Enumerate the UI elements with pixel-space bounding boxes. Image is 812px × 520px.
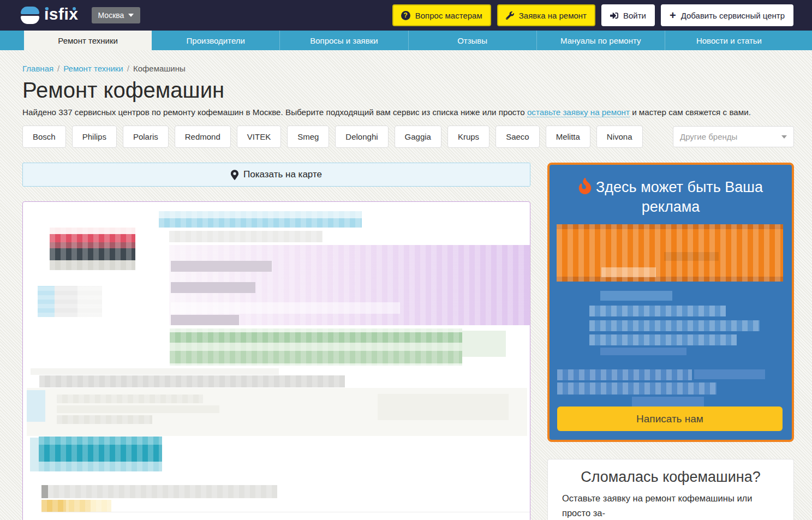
logo-i-dot	[73, 7, 76, 10]
main-nav: Ремонт техники Производители Вопросы и з…	[0, 31, 812, 50]
blurred-ad-line	[589, 320, 760, 331]
blurred-text-row	[31, 368, 279, 375]
brand-filter-row: Bosch Philips Polaris Redmond VITEK Smeg…	[22, 125, 794, 148]
service-center-listing-card	[22, 201, 530, 520]
tab-questions[interactable]: Вопросы и заявки	[279, 31, 408, 50]
blurred-ad-logo-shade	[664, 252, 719, 261]
blurred-teal-block	[39, 437, 162, 471]
plus-icon: +	[670, 10, 676, 21]
blurred-teal-strip	[30, 438, 39, 471]
brand-button-melitta[interactable]: Melitta	[546, 125, 590, 148]
blurred-faint-bar	[57, 395, 203, 403]
intro-before-link: Найдено 337 сервисных центров по ремонту…	[22, 107, 527, 117]
broken-machine-title: Сломалась кофемашина?	[562, 469, 779, 486]
broken-machine-text: Оставьте заявку на ремонт кофемашины или…	[562, 491, 779, 520]
city-selector[interactable]: Москва	[92, 7, 141, 23]
logo-text: isfix	[44, 5, 79, 23]
breadcrumb-repair-link[interactable]: Ремонт техники	[63, 64, 123, 73]
breadcrumb-separator: /	[127, 64, 129, 73]
blurred-ad-line	[557, 382, 717, 395]
blurred-ad-line	[600, 291, 672, 301]
blurred-text-bar	[171, 261, 272, 272]
blurred-ad-line	[600, 348, 686, 355]
logo-half-top	[21, 7, 39, 14]
blurred-listing-subtitle	[169, 231, 323, 242]
tab-label: Новости и статьи	[696, 36, 762, 45]
brand-button-smeg[interactable]: Smeg	[287, 125, 329, 148]
login-icon	[610, 11, 618, 20]
add-service-center-label: Добавить сервисный центр	[681, 11, 785, 20]
ad-title: Здесь может быть Ваша реклама	[570, 178, 772, 217]
blurred-provider-logo	[50, 228, 135, 270]
top-header: isfix Москва ? Вопрос мастерам Заявка на…	[0, 0, 812, 31]
ask-masters-button[interactable]: ? Вопрос мастерам	[392, 4, 491, 26]
ad-banner[interactable]: Здесь может быть Ваша реклама Написать н…	[547, 163, 794, 442]
logo-half-bottom	[21, 16, 39, 24]
repair-request-label: Заявка на ремонт	[519, 11, 587, 20]
breadcrumb-current: Кофемашины	[133, 64, 186, 73]
brand-button-nivona[interactable]: Nivona	[596, 125, 643, 148]
repair-request-button[interactable]: Заявка на ремонт	[497, 4, 595, 26]
flame-icon	[578, 178, 592, 194]
other-brands-select[interactable]: Другие бренды	[673, 126, 794, 147]
tab-reviews[interactable]: Отзывы	[408, 31, 536, 50]
add-service-center-button[interactable]: + Добавить сервисный центр	[661, 4, 793, 26]
write-to-us-button[interactable]: Написать нам	[557, 407, 783, 431]
city-selector-label: Москва	[98, 11, 124, 20]
blurred-text-bar	[171, 302, 400, 314]
blurred-ad-line	[694, 369, 765, 379]
tab-label: Отзывы	[457, 36, 487, 45]
leave-request-link[interactable]: оставьте заявку на ремонт	[527, 107, 630, 117]
blurred-info-block	[38, 286, 102, 317]
brand-button-krups[interactable]: Krups	[447, 125, 489, 148]
breadcrumb-separator: /	[57, 64, 59, 73]
listing-divider	[41, 512, 530, 512]
brand-button-redmond[interactable]: Redmond	[175, 125, 231, 148]
blurred-ad-logo-highlight	[601, 267, 656, 277]
blurred-faint-block	[378, 394, 509, 420]
show-on-map-button[interactable]: Показать на карте	[22, 163, 530, 187]
blurred-ad-line	[557, 369, 692, 380]
blurred-ad-line	[589, 306, 726, 316]
brand-button-gaggia[interactable]: Gaggia	[395, 125, 441, 148]
blurred-faint-bar	[57, 405, 219, 413]
blurred-ad-line	[589, 334, 737, 345]
brand-button-polaris[interactable]: Polaris	[123, 125, 169, 148]
broken-machine-text-line: Оставьте заявку на ремонт кофемашины или…	[562, 491, 779, 520]
login-button[interactable]: Войти	[601, 4, 655, 26]
blurred-text-bar	[171, 282, 255, 293]
tab-label: Производители	[187, 36, 245, 45]
broken-machine-box: Сломалась кофемашина? Оставьте заявку на…	[547, 459, 794, 520]
page-content: Главная/Ремонт техники/Кофемашины Ремонт…	[0, 64, 812, 520]
blurred-green-block	[170, 328, 462, 366]
tab-label: Вопросы и заявки	[310, 36, 378, 45]
blurred-listing-title	[159, 211, 362, 228]
tab-news[interactable]: Новости и статьи	[665, 31, 793, 50]
intro-after-link: и мастер сам свяжется с вами.	[630, 107, 751, 117]
tab-label: Мануалы по ремонту	[560, 36, 641, 45]
brand-button-bosch[interactable]: Bosch	[22, 125, 66, 148]
wrench-icon	[506, 11, 514, 20]
chevron-down-icon	[128, 14, 134, 17]
blurred-yellow-line	[41, 500, 111, 512]
show-on-map-label: Показать на карте	[243, 169, 322, 180]
blurred-text-bar	[171, 315, 239, 325]
intro-text: Найдено 337 сервисных центров по ремонту…	[22, 107, 794, 117]
brand-button-delonghi[interactable]: Delonghi	[335, 125, 388, 148]
isfix-logo-icon	[21, 6, 39, 25]
logo-i-dot	[45, 7, 49, 10]
tab-manuals[interactable]: Мануалы по ремонту	[536, 31, 665, 50]
brand-button-vitek[interactable]: VITEK	[237, 125, 281, 148]
breadcrumb-home-link[interactable]: Главная	[22, 64, 53, 73]
isfix-logo[interactable]: isfix	[21, 6, 79, 25]
brand-button-philips[interactable]: Philips	[72, 125, 117, 148]
blurred-row-lead-cell	[41, 485, 48, 498]
brand-button-saeco[interactable]: Saeco	[495, 125, 540, 148]
header-actions: ? Вопрос мастерам Заявка на ремонт Войти…	[392, 4, 793, 26]
ask-masters-label: Вопрос мастерам	[415, 11, 482, 20]
blurred-text-row	[39, 375, 345, 387]
tab-manufacturers[interactable]: Производители	[152, 31, 279, 50]
blurred-ad-line	[632, 397, 704, 408]
tab-repair[interactable]: Ремонт техники	[24, 31, 152, 50]
other-brands-placeholder: Другие бренды	[680, 132, 737, 141]
